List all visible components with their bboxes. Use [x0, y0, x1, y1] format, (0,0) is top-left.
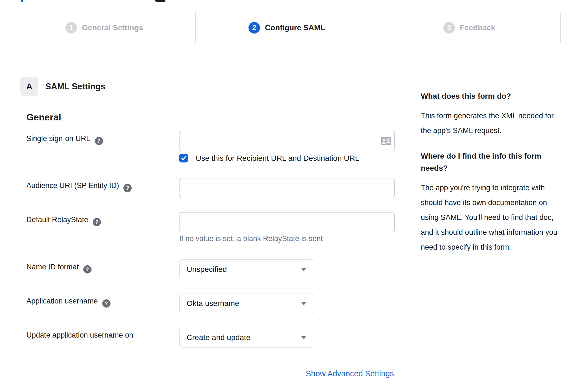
step-feedback[interactable]: 3 Feedback: [378, 12, 560, 43]
use-for-recipient-checkbox-label[interactable]: Use this for Recipient URL and Destinati…: [196, 154, 359, 163]
general-section-heading: General: [26, 112, 61, 123]
name-id-format-select[interactable]: Unspecified: [179, 260, 313, 279]
help-icon[interactable]: ?: [102, 299, 110, 308]
step-number-badge: 2: [248, 22, 260, 34]
update-username-on-value: Create and update: [187, 333, 250, 342]
sidebar-heading-where: Where do I find the info this form needs…: [421, 150, 563, 174]
chevron-down-icon: [301, 336, 306, 339]
help-icon[interactable]: ?: [83, 265, 92, 274]
contact-card-icon: [381, 137, 391, 145]
name-id-format-label: Name ID format?: [26, 263, 92, 274]
relaystate-helper-text: If no value is set, a blank RelayState i…: [179, 234, 323, 243]
step-label: Feedback: [460, 23, 495, 32]
step-general-settings[interactable]: 1 General Settings: [13, 12, 195, 43]
saml-settings-panel: A SAML Settings General Single sign-on U…: [13, 69, 411, 392]
help-icon[interactable]: ?: [95, 137, 103, 145]
cutoff-logo-fragment: [21, 0, 23, 2]
step-number-badge: 1: [65, 22, 77, 34]
application-username-select[interactable]: Okta username: [179, 294, 313, 313]
step-label: General Settings: [82, 23, 143, 32]
name-id-format-value: Unspecified: [187, 265, 227, 274]
update-username-on-select[interactable]: Create and update: [179, 328, 313, 347]
show-advanced-settings-link[interactable]: Show Advanced Settings: [306, 369, 394, 378]
application-username-value: Okta username: [187, 299, 239, 308]
default-relaystate-input[interactable]: [179, 212, 395, 232]
help-icon[interactable]: ?: [93, 218, 101, 226]
audience-uri-label: Audience URI (SP Entity ID)?: [26, 181, 132, 192]
help-icon[interactable]: ?: [123, 184, 132, 192]
step-label: Configure SAML: [265, 23, 325, 32]
chevron-down-icon: [301, 302, 306, 305]
single-sign-on-url-label: Single sign-on URL?: [26, 134, 103, 145]
audience-uri-input[interactable]: [179, 178, 395, 198]
sidebar-body-what: This form generates the XML needed for t…: [421, 108, 563, 138]
default-relaystate-label: Default RelayState?: [26, 216, 101, 226]
single-sign-on-url-input[interactable]: [179, 131, 395, 151]
cutoff-app-icon-fragment: [155, 0, 165, 2]
sidebar-heading-what: What does this form do?: [421, 90, 563, 102]
check-icon: [181, 155, 187, 161]
wizard-stepper: 1 General Settings 2 Configure SAML 3 Fe…: [13, 12, 561, 43]
panel-title: SAML Settings: [45, 82, 105, 92]
sidebar-body-where: The app you're trying to integrate with …: [421, 180, 563, 255]
use-for-recipient-checkbox[interactable]: [179, 154, 188, 162]
step-configure-saml[interactable]: 2 Configure SAML: [195, 12, 378, 43]
section-a-badge: A: [20, 77, 38, 96]
help-sidebar: What does this form do? This form genera…: [421, 90, 563, 267]
application-username-label: Application username?: [26, 297, 110, 308]
chevron-down-icon: [301, 268, 306, 271]
step-number-badge: 3: [443, 22, 455, 34]
update-username-on-label: Update application username on: [26, 331, 133, 339]
